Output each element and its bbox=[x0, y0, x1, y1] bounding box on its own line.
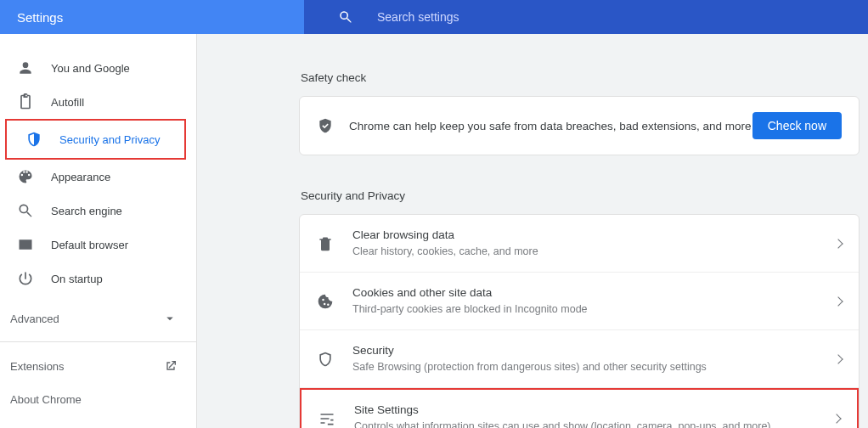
row-text: Cookies and other site data Third-party … bbox=[352, 284, 826, 318]
sidebar-item-label: Search engine bbox=[51, 205, 122, 217]
row-text: Site Settings Controls what information … bbox=[354, 402, 825, 428]
sidebar-about-chrome-link[interactable]: About Chrome bbox=[0, 383, 196, 416]
safety-check-text: Chrome can help keep you safe from data … bbox=[349, 120, 752, 132]
row-title: Security bbox=[352, 342, 826, 359]
sidebar-item-default-browser[interactable]: Default browser bbox=[0, 228, 189, 262]
sliders-icon bbox=[318, 410, 335, 427]
sidebar-item-autofill[interactable]: Autofill bbox=[0, 85, 189, 119]
chevron-right-icon bbox=[833, 239, 843, 248]
sidebar-bottom-links: Extensions About Chrome bbox=[0, 346, 196, 416]
highlight-site-settings: Site Settings Controls what information … bbox=[300, 388, 859, 428]
sidebar-item-label: Autofill bbox=[51, 96, 84, 109]
sidebar-item-on-startup[interactable]: On startup bbox=[0, 262, 189, 296]
row-cookies[interactable]: Cookies and other site data Third-party … bbox=[300, 273, 859, 330]
sidebar-item-search-engine[interactable]: Search engine bbox=[0, 194, 189, 228]
advanced-label: Advanced bbox=[10, 313, 59, 325]
security-and-privacy-heading: Security and Privacy bbox=[299, 181, 860, 214]
sidebar-extensions-link[interactable]: Extensions bbox=[0, 349, 196, 383]
row-title: Site Settings bbox=[354, 402, 825, 419]
sidebar-advanced-toggle[interactable]: Advanced bbox=[0, 296, 196, 341]
safety-check-card: Chrome can help keep you safe from data … bbox=[299, 96, 860, 155]
sidebar-item-label: On startup bbox=[51, 273, 103, 285]
body-wrap: You and Google Autofill Security and Pri… bbox=[0, 34, 868, 428]
safety-check-left: Chrome can help keep you safe from data … bbox=[317, 117, 752, 134]
security-and-privacy-card: Clear browsing data Clear history, cooki… bbox=[299, 214, 860, 428]
search-icon bbox=[338, 9, 353, 25]
chevron-right-icon bbox=[833, 354, 843, 363]
person-icon bbox=[17, 59, 34, 76]
sidebar-item-label: Security and Privacy bbox=[59, 133, 161, 146]
row-clear-browsing-data[interactable]: Clear browsing data Clear history, cooki… bbox=[300, 215, 859, 273]
about-label: About Chrome bbox=[10, 393, 82, 406]
check-now-button[interactable]: Check now bbox=[752, 112, 842, 139]
sidebar-item-security-and-privacy[interactable]: Security and Privacy bbox=[8, 122, 183, 156]
magnify-icon bbox=[17, 202, 34, 219]
shield-outline-icon bbox=[317, 351, 334, 368]
header-search-region[interactable] bbox=[304, 0, 868, 34]
sidebar-item-label: You and Google bbox=[51, 62, 130, 75]
clipboard-icon bbox=[17, 93, 34, 110]
cookie-icon bbox=[317, 293, 334, 310]
open-external-icon bbox=[164, 359, 178, 373]
row-desc: Safe Browsing (protection from dangerous… bbox=[352, 359, 826, 375]
row-security[interactable]: Security Safe Browsing (protection from … bbox=[300, 330, 859, 388]
safety-check-heading: Safety check bbox=[299, 63, 860, 96]
row-desc: Clear history, cookies, cache, and more bbox=[352, 244, 826, 260]
row-site-settings[interactable]: Site Settings Controls what information … bbox=[302, 390, 857, 428]
shield-icon bbox=[25, 131, 42, 148]
page-title: Settings bbox=[17, 10, 63, 25]
row-title: Clear browsing data bbox=[352, 227, 826, 244]
extensions-label: Extensions bbox=[10, 360, 65, 373]
power-icon bbox=[17, 270, 34, 287]
trash-icon bbox=[317, 235, 334, 252]
row-title: Cookies and other site data bbox=[352, 284, 826, 301]
chevron-right-icon bbox=[831, 414, 841, 423]
header-title-region: Settings bbox=[0, 0, 304, 34]
browser-icon bbox=[17, 236, 34, 253]
row-text: Security Safe Browsing (protection from … bbox=[352, 342, 826, 375]
palette-icon bbox=[17, 168, 34, 185]
chevron-down-icon bbox=[162, 311, 178, 326]
sidebar-item-label: Default browser bbox=[51, 239, 128, 251]
sidebar-item-you-and-google[interactable]: You and Google bbox=[0, 51, 189, 85]
highlight-security-and-privacy: Security and Privacy bbox=[5, 119, 186, 160]
app-header: Settings bbox=[0, 0, 868, 34]
sidebar-item-label: Appearance bbox=[51, 171, 110, 183]
row-desc: Controls what information sites can use … bbox=[354, 419, 825, 428]
row-text: Clear browsing data Clear history, cooki… bbox=[352, 227, 826, 260]
sidebar: You and Google Autofill Security and Pri… bbox=[0, 34, 197, 428]
divider bbox=[0, 341, 196, 342]
search-input[interactable] bbox=[377, 10, 632, 24]
row-desc: Third-party cookies are blocked in Incog… bbox=[352, 301, 826, 318]
main-content: Safety check Chrome can help keep you sa… bbox=[197, 34, 868, 428]
chevron-right-icon bbox=[833, 296, 843, 306]
sidebar-item-appearance[interactable]: Appearance bbox=[0, 160, 189, 194]
shield-check-icon bbox=[317, 117, 334, 134]
